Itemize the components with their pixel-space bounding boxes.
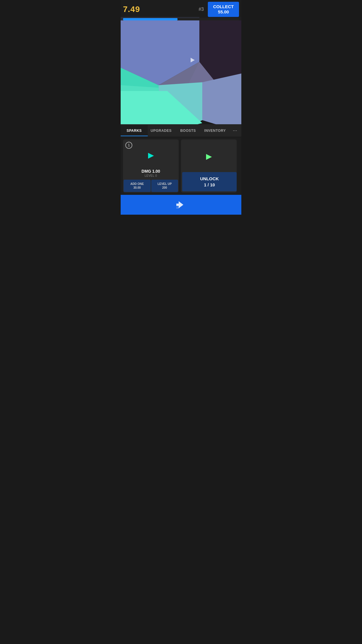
level-up-button[interactable]: LEVEL UP200 bbox=[151, 180, 178, 192]
sparks-grid: 1 DMG 1.00 LEVEL 0 ADD ONE30.00 LEVEL UP… bbox=[121, 137, 241, 195]
spark-info-1: DMG 1.00 LEVEL 0 bbox=[142, 169, 160, 180]
progress-bar bbox=[123, 18, 178, 20]
bottom-panel: SPARKS UPGRADES BOOSTS INVENTORY ··· 1 D… bbox=[121, 124, 241, 215]
unlock-area: UNLOCK 1 / 10 bbox=[181, 172, 237, 192]
spark-card-1: 1 DMG 1.00 LEVEL 0 ADD ONE30.00 LEVEL UP… bbox=[123, 139, 179, 192]
add-one-button[interactable]: ADD ONE30.00 bbox=[124, 180, 151, 192]
tab-upgrades[interactable]: UPGRADES bbox=[148, 125, 175, 136]
progress-bar-container bbox=[123, 18, 239, 20]
spark-badge-1: 1 bbox=[125, 142, 132, 149]
tab-inventory[interactable]: INVENTORY bbox=[202, 125, 229, 136]
spark-dmg-1: DMG 1.00 bbox=[142, 169, 160, 174]
spark-arrow-cyan-icon bbox=[148, 153, 154, 159]
game-area[interactable] bbox=[121, 17, 241, 124]
play-arrow-svg bbox=[175, 197, 187, 212]
unlock-label: UNLOCK bbox=[200, 176, 219, 181]
game-canvas bbox=[121, 17, 241, 124]
hud: 7.49 #3 COLLECT 55.00 bbox=[121, 0, 241, 20]
game-background bbox=[121, 17, 241, 124]
svg-marker-7 bbox=[202, 74, 241, 124]
score-display: 7.49 bbox=[123, 5, 140, 14]
spark-card-2: UNLOCK 1 / 10 bbox=[181, 139, 237, 192]
spark-arrow-green-icon bbox=[206, 154, 212, 160]
rank-display: #3 bbox=[198, 7, 204, 12]
more-button[interactable]: ··· bbox=[229, 124, 241, 137]
unlock-progress: 1 / 10 bbox=[204, 182, 215, 187]
spark-actions-1: ADD ONE30.00 LEVEL UP200 bbox=[123, 180, 179, 192]
game-cursor bbox=[191, 58, 195, 62]
collect-amount: 55.00 bbox=[213, 9, 234, 15]
play-icon bbox=[175, 199, 187, 211]
tab-boosts[interactable]: BOOSTS bbox=[175, 125, 202, 136]
spark-icon-area-2 bbox=[181, 139, 237, 172]
collect-label: COLLECT bbox=[213, 4, 234, 9]
unlock-button[interactable]: UNLOCK 1 / 10 bbox=[182, 172, 237, 191]
big-play-button[interactable] bbox=[121, 195, 241, 215]
collect-button[interactable]: COLLECT 55.00 bbox=[208, 2, 239, 17]
spark-level-1: LEVEL 0 bbox=[142, 174, 160, 177]
tabs-bar: SPARKS UPGRADES BOOSTS INVENTORY ··· bbox=[121, 124, 241, 137]
tab-sparks[interactable]: SPARKS bbox=[121, 125, 148, 136]
